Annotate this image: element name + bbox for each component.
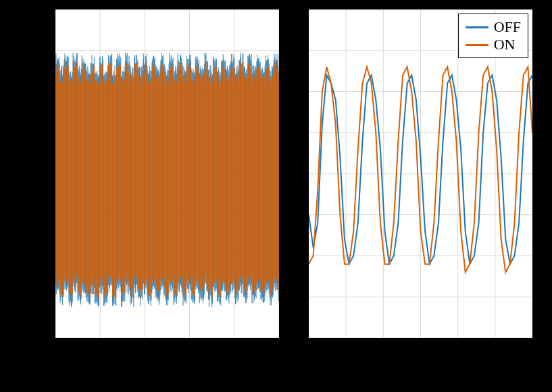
x-tick-label: 200: [130, 342, 157, 360]
legend-swatch-off: [466, 26, 488, 28]
legend-label-on: ON: [494, 36, 516, 53]
x-tick-label: 0: [41, 342, 68, 360]
left-plot-area: [54, 8, 280, 339]
left-plot-svg: [55, 9, 279, 338]
x-tick-label: 0.15: [405, 342, 434, 360]
y-tick-label: 0.01: [9, 123, 50, 141]
right-x-axis-title: t [s]: [409, 365, 436, 385]
legend-entry-on: ON: [466, 36, 521, 53]
y-tick-label: 0.02: [9, 82, 50, 101]
legend: OFF ON: [458, 14, 528, 58]
right-plot-area: OFF ON: [307, 8, 534, 339]
x-tick-label: 0.1: [367, 342, 397, 360]
x-tick-label: 300: [175, 342, 202, 360]
legend-swatch-on: [466, 44, 488, 46]
y-tick-label: 0.04: [9, 0, 50, 18]
y-tick-label: 0: [9, 164, 50, 182]
x-tick-label: 500: [264, 342, 291, 360]
x-tick-label: 0.2: [442, 342, 472, 360]
x-tick-label: 0.3: [516, 342, 546, 360]
legend-entry-off: OFF: [466, 18, 521, 36]
right-plot-svg: [309, 9, 532, 338]
x-tick-label: 0: [293, 342, 322, 360]
y-tick-label: -0.02: [9, 247, 50, 265]
x-tick-label: 100: [85, 342, 112, 360]
x-tick-label: 0.05: [330, 342, 359, 360]
x-tick-label: 0.25: [479, 342, 509, 360]
y-tick-label: 0.03: [9, 41, 50, 59]
figure: OFF ON VAC [V] t [s] t [s] -0.04-0.03-0.…: [0, 0, 552, 392]
y-tick-label: -0.01: [9, 205, 50, 224]
y-tick-label: -0.03: [9, 287, 50, 305]
x-tick-label: 400: [220, 342, 247, 360]
legend-label-off: OFF: [494, 18, 521, 36]
left-x-axis-title: t [s]: [155, 365, 183, 385]
